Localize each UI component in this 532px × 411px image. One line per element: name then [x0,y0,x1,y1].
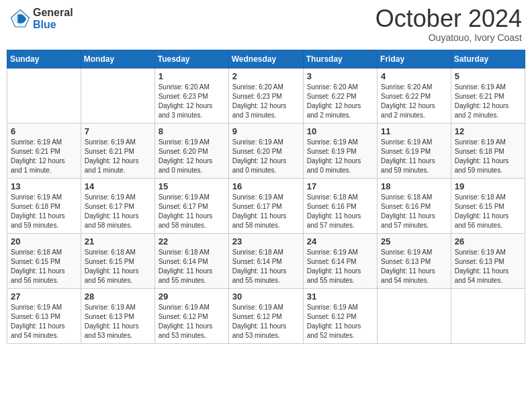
calendar-cell: 30Sunrise: 6:19 AMSunset: 6:12 PMDayligh… [228,289,303,344]
day-number: 3 [307,71,373,81]
day-info: Sunrise: 6:18 AMSunset: 6:15 PMDaylight:… [85,248,151,285]
calendar-cell: 19Sunrise: 6:18 AMSunset: 6:15 PMDayligh… [451,179,525,234]
day-info: Sunrise: 6:18 AMSunset: 6:14 PMDaylight:… [159,248,225,285]
day-info: Sunrise: 6:19 AMSunset: 6:12 PMDaylight:… [232,303,300,340]
weekday-header-wednesday: Wednesday [228,50,303,68]
day-info: Sunrise: 6:19 AMSunset: 6:21 PMDaylight:… [85,138,151,175]
calendar-cell: 15Sunrise: 6:19 AMSunset: 6:17 PMDayligh… [154,179,228,234]
calendar-cell: 18Sunrise: 6:18 AMSunset: 6:16 PMDayligh… [378,179,451,234]
calendar-week-3: 13Sunrise: 6:19 AMSunset: 6:18 PMDayligh… [7,179,525,234]
calendar-cell [378,289,451,344]
day-info: Sunrise: 6:20 AMSunset: 6:22 PMDaylight:… [381,83,447,120]
day-info: Sunrise: 6:19 AMSunset: 6:13 PMDaylight:… [11,303,77,340]
day-number: 1 [159,71,225,81]
day-number: 28 [85,291,151,302]
calendar-cell: 31Sunrise: 6:19 AMSunset: 6:12 PMDayligh… [303,289,377,344]
calendar-cell: 24Sunrise: 6:19 AMSunset: 6:14 PMDayligh… [303,234,377,289]
day-number: 19 [455,181,521,191]
day-info: Sunrise: 6:19 AMSunset: 6:13 PMDaylight:… [381,248,447,285]
calendar-cell: 28Sunrise: 6:19 AMSunset: 6:13 PMDayligh… [81,289,154,344]
day-info: Sunrise: 6:18 AMSunset: 6:14 PMDaylight:… [232,248,300,285]
day-info: Sunrise: 6:19 AMSunset: 6:18 PMDaylight:… [455,138,521,175]
calendar-cell: 29Sunrise: 6:19 AMSunset: 6:12 PMDayligh… [154,289,228,344]
day-info: Sunrise: 6:19 AMSunset: 6:13 PMDaylight:… [455,248,521,285]
day-number: 13 [11,181,77,191]
day-info: Sunrise: 6:19 AMSunset: 6:17 PMDaylight:… [159,193,225,230]
weekday-header-thursday: Thursday [303,50,377,68]
calendar-cell: 26Sunrise: 6:19 AMSunset: 6:13 PMDayligh… [451,234,525,289]
day-info: Sunrise: 6:20 AMSunset: 6:23 PMDaylight:… [232,83,300,120]
day-number: 29 [159,291,225,302]
day-info: Sunrise: 6:18 AMSunset: 6:16 PMDaylight:… [307,193,373,230]
day-number: 23 [232,236,300,246]
day-number: 24 [307,236,373,246]
weekday-header-tuesday: Tuesday [154,50,228,68]
calendar-cell: 6Sunrise: 6:19 AMSunset: 6:21 PMDaylight… [7,124,81,179]
day-info: Sunrise: 6:19 AMSunset: 6:17 PMDaylight:… [232,193,300,230]
weekday-header-monday: Monday [81,50,154,68]
day-info: Sunrise: 6:19 AMSunset: 6:17 PMDaylight:… [85,193,151,230]
weekday-header-saturday: Saturday [451,50,525,68]
calendar-week-4: 20Sunrise: 6:18 AMSunset: 6:15 PMDayligh… [7,234,525,289]
day-number: 7 [85,126,151,136]
calendar-cell: 12Sunrise: 6:19 AMSunset: 6:18 PMDayligh… [451,124,525,179]
calendar-cell [451,289,525,344]
day-info: Sunrise: 6:19 AMSunset: 6:14 PMDaylight:… [307,248,373,285]
calendar-cell: 20Sunrise: 6:18 AMSunset: 6:15 PMDayligh… [7,234,81,289]
calendar-table: SundayMondayTuesdayWednesdayThursdayFrid… [7,50,525,344]
day-number: 4 [381,71,447,81]
day-info: Sunrise: 6:19 AMSunset: 6:13 PMDaylight:… [85,303,151,340]
title-area: October 2024 Ouyatouo, Ivory Coast [375,7,522,43]
calendar-cell: 14Sunrise: 6:19 AMSunset: 6:17 PMDayligh… [81,179,154,234]
calendar-week-2: 6Sunrise: 6:19 AMSunset: 6:21 PMDaylight… [7,124,525,179]
calendar-cell: 3Sunrise: 6:20 AMSunset: 6:22 PMDaylight… [303,68,377,124]
logo: General Blue [10,7,73,31]
day-number: 10 [307,126,373,136]
calendar-cell: 25Sunrise: 6:19 AMSunset: 6:13 PMDayligh… [378,234,451,289]
calendar-cell: 2Sunrise: 6:20 AMSunset: 6:23 PMDaylight… [228,68,303,124]
day-info: Sunrise: 6:20 AMSunset: 6:23 PMDaylight:… [159,83,225,120]
day-number: 27 [11,291,77,302]
day-number: 26 [455,236,521,246]
calendar-cell: 11Sunrise: 6:19 AMSunset: 6:19 PMDayligh… [378,124,451,179]
calendar-cell: 7Sunrise: 6:19 AMSunset: 6:21 PMDaylight… [81,124,154,179]
calendar-cell: 13Sunrise: 6:19 AMSunset: 6:18 PMDayligh… [7,179,81,234]
day-info: Sunrise: 6:18 AMSunset: 6:15 PMDaylight:… [11,248,77,285]
calendar-body: 1Sunrise: 6:20 AMSunset: 6:23 PMDaylight… [7,68,525,344]
day-number: 20 [11,236,77,246]
day-number: 11 [381,126,447,136]
month-title: October 2024 [375,7,522,31]
logo-icon [10,9,30,29]
calendar-cell: 5Sunrise: 6:19 AMSunset: 6:21 PMDaylight… [451,68,525,124]
day-number: 17 [307,181,373,191]
day-number: 5 [455,71,521,81]
day-info: Sunrise: 6:19 AMSunset: 6:19 PMDaylight:… [381,138,447,175]
calendar-cell: 16Sunrise: 6:19 AMSunset: 6:17 PMDayligh… [228,179,303,234]
calendar-cell: 10Sunrise: 6:19 AMSunset: 6:19 PMDayligh… [303,124,377,179]
calendar-cell: 21Sunrise: 6:18 AMSunset: 6:15 PMDayligh… [81,234,154,289]
logo-text: General Blue [33,7,73,31]
calendar-cell [7,68,81,124]
day-info: Sunrise: 6:19 AMSunset: 6:21 PMDaylight:… [455,83,521,120]
day-number: 30 [232,291,300,302]
logo-general: General [33,7,73,18]
page-header: General Blue October 2024 Ouyatouo, Ivor… [7,7,525,43]
calendar-cell: 1Sunrise: 6:20 AMSunset: 6:23 PMDaylight… [154,68,228,124]
calendar-week-1: 1Sunrise: 6:20 AMSunset: 6:23 PMDaylight… [7,68,525,124]
calendar-cell: 22Sunrise: 6:18 AMSunset: 6:14 PMDayligh… [154,234,228,289]
weekday-header-friday: Friday [378,50,451,68]
day-info: Sunrise: 6:19 AMSunset: 6:21 PMDaylight:… [11,138,77,175]
day-number: 14 [85,181,151,191]
location-subtitle: Ouyatouo, Ivory Coast [375,32,522,43]
day-number: 2 [232,71,300,81]
day-info: Sunrise: 6:19 AMSunset: 6:20 PMDaylight:… [159,138,225,175]
day-info: Sunrise: 6:19 AMSunset: 6:12 PMDaylight:… [159,303,225,340]
day-number: 6 [11,126,77,136]
calendar-cell: 23Sunrise: 6:18 AMSunset: 6:14 PMDayligh… [228,234,303,289]
weekday-header-row: SundayMondayTuesdayWednesdayThursdayFrid… [7,50,525,68]
day-info: Sunrise: 6:19 AMSunset: 6:12 PMDaylight:… [307,303,373,340]
day-info: Sunrise: 6:20 AMSunset: 6:22 PMDaylight:… [307,83,373,120]
day-number: 15 [159,181,225,191]
day-number: 22 [159,236,225,246]
day-number: 8 [159,126,225,136]
